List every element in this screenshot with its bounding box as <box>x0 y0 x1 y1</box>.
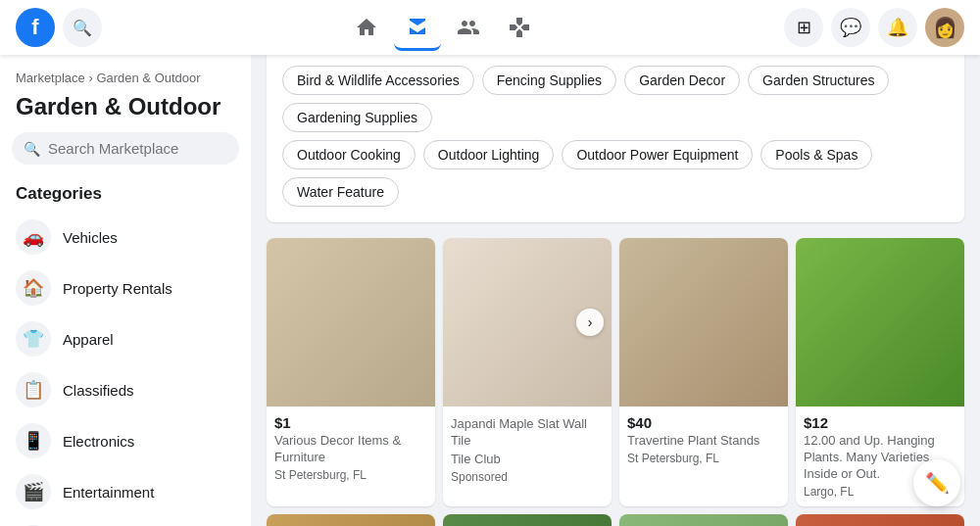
sidebar-item-family[interactable]: ❤️ Family <box>8 517 243 526</box>
sidebar-icon-classifieds: 📋 <box>16 372 51 407</box>
product-image-p6 <box>443 514 612 526</box>
nav-notifications-button[interactable]: 🔔 <box>878 8 917 47</box>
product-image-p8 <box>796 514 964 526</box>
sidebar-icon-entertainment: 🎬 <box>16 474 51 509</box>
product-seller-p2: Tile Club <box>451 452 604 468</box>
product-image-p7 <box>619 514 788 526</box>
sidebar-item-electronics[interactable]: 📱 Electronics <box>8 415 243 466</box>
sidebar-item-entertainment[interactable]: 🎬 Entertainment <box>8 466 243 517</box>
page-title: Garden & Outdoor <box>8 89 243 132</box>
category-chip-7[interactable]: Outdoor Power Equipment <box>562 140 753 169</box>
category-chips-row1: Bird & Wildlife AccessoriesFencing Suppl… <box>282 66 949 132</box>
edit-fab-button[interactable]: ✏️ <box>913 459 960 506</box>
sidebar-label-entertainment: Entertainment <box>63 484 154 501</box>
search-icon: 🔍 <box>24 141 40 157</box>
product-card-p1[interactable]: $1Various Decor Items & FurnitureSt Pete… <box>267 238 435 506</box>
carousel-next-btn[interactable]: › <box>576 309 604 336</box>
categories-label: Categories <box>8 180 243 212</box>
category-chip-3[interactable]: Garden Structures <box>748 66 889 95</box>
product-info-p3: $40Travertine Plant StandsSt Petersburg,… <box>619 406 788 473</box>
category-chip-9[interactable]: Water Feature <box>282 177 399 207</box>
category-chip-0[interactable]: Bird & Wildlife Accessories <box>282 66 474 95</box>
product-image-p3 <box>619 238 788 406</box>
breadcrumb: Marketplace › Garden & Outdoor <box>8 67 243 89</box>
facebook-logo[interactable]: f <box>16 8 55 47</box>
sidebar-item-classifieds[interactable]: 📋 Classifieds <box>8 364 243 415</box>
nav-left: f 🔍 <box>16 8 102 47</box>
sidebar-items: 🚗 Vehicles 🏠 Property Rentals 👕 Apparel … <box>8 212 243 526</box>
breadcrumb-marketplace[interactable]: Marketplace <box>16 71 85 85</box>
product-grid: $1Various Decor Items & FurnitureSt Pete… <box>267 238 964 526</box>
sidebar-item-apparel[interactable]: 👕 Apparel <box>8 313 243 364</box>
sidebar-item-vehicles[interactable]: 🚗 Vehicles <box>8 212 243 263</box>
nav-groups-button[interactable] <box>445 4 492 51</box>
sidebar-icon-apparel: 👕 <box>16 321 51 357</box>
product-name-p2: Japandi Maple Slat Wall Tile <box>451 416 604 450</box>
sidebar-item-property-rentals[interactable]: 🏠 Property Rentals <box>8 263 243 313</box>
search-input[interactable] <box>48 140 227 157</box>
product-card-p5[interactable] <box>267 514 435 526</box>
category-chip-2[interactable]: Garden Decor <box>624 66 740 95</box>
search-box[interactable]: 🔍 <box>12 132 239 165</box>
product-price-p1: $1 <box>274 414 427 431</box>
product-card-p2[interactable]: › Japandi Maple Slat Wall TileTile ClubS… <box>443 238 612 506</box>
sidebar-label-vehicles: Vehicles <box>63 229 118 246</box>
product-card-p7[interactable] <box>619 514 788 526</box>
product-info-p2: Japandi Maple Slat Wall TileTile ClubSpo… <box>443 406 612 492</box>
category-chip-1[interactable]: Fencing Supplies <box>482 66 616 95</box>
product-image-p4 <box>796 238 964 406</box>
product-card-p3[interactable]: $40Travertine Plant StandsSt Petersburg,… <box>619 238 788 506</box>
sidebar-icon-vehicles: 🚗 <box>16 219 51 255</box>
sidebar-icon-electronics: 📱 <box>16 423 51 458</box>
category-chip-5[interactable]: Outdoor Cooking <box>282 140 416 169</box>
sidebar: Marketplace › Garden & Outdoor Garden & … <box>0 55 251 526</box>
category-chip-4[interactable]: Gardening Supplies <box>282 103 432 132</box>
sidebar-label-electronics: Electronics <box>63 433 134 450</box>
sidebar-label-classifieds: Classifieds <box>63 382 134 399</box>
nav-gaming-button[interactable] <box>496 4 543 51</box>
category-chips-row2: Outdoor CookingOutdoor LightingOutdoor P… <box>282 140 949 207</box>
nav-search-button[interactable]: 🔍 <box>63 8 102 47</box>
product-image-p5 <box>267 514 435 526</box>
nav-marketplace-button[interactable] <box>394 4 441 51</box>
sidebar-label-apparel: Apparel <box>63 331 114 348</box>
sidebar-label-property-rentals: Property Rentals <box>63 280 172 297</box>
product-image-p1 <box>267 238 435 406</box>
product-card-p6[interactable] <box>443 514 612 526</box>
nav-messenger-button[interactable]: 💬 <box>831 8 870 47</box>
product-price-p4: $12 <box>804 414 956 431</box>
category-chip-6[interactable]: Outdoor Lighting <box>423 140 555 169</box>
breadcrumb-current: Garden & Outdoor <box>96 71 200 85</box>
nav-grid-button[interactable]: ⊞ <box>784 8 823 47</box>
sidebar-icon-property-rentals: 🏠 <box>16 270 51 306</box>
nav-right: ⊞ 💬 🔔 👩 <box>784 8 964 47</box>
nav-home-button[interactable] <box>343 4 390 51</box>
product-info-p1: $1Various Decor Items & FurnitureSt Pete… <box>267 406 435 490</box>
nav-center <box>343 4 543 51</box>
product-card-p8[interactable]: CEDAR PLANTER BOXES CHEMICAL FREE & MODE… <box>796 514 964 526</box>
product-price-p3: $40 <box>627 414 780 431</box>
top-navigation: f 🔍 ⊞ 💬 🔔 👩 <box>0 0 980 55</box>
category-chip-8[interactable]: Pools & Spas <box>760 140 872 169</box>
main-content: Shop by Category Bird & Wildlife Accesso… <box>251 0 980 526</box>
product-image-p2: › <box>443 238 612 406</box>
product-location-p1: St Petersburg, FL <box>274 468 427 482</box>
nav-avatar[interactable]: 👩 <box>925 8 964 47</box>
product-badge-p2: Sponsored <box>451 470 604 484</box>
product-name-p1: Various Decor Items & Furniture <box>274 433 427 466</box>
product-location-p3: St Petersburg, FL <box>627 452 780 465</box>
product-name-p3: Travertine Plant Stands <box>627 433 780 450</box>
